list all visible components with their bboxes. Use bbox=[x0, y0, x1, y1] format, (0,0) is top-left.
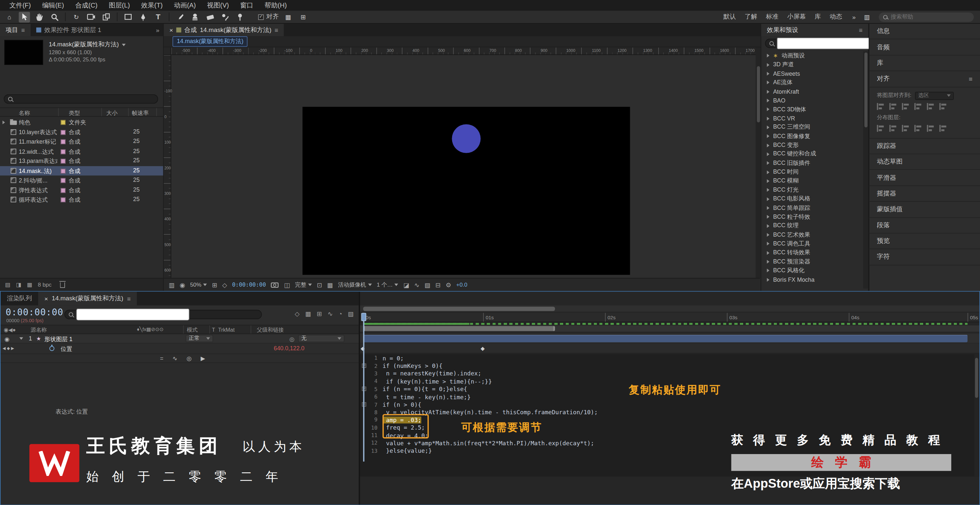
label-color-chip[interactable] bbox=[61, 159, 66, 164]
align-hcenter-icon[interactable] bbox=[889, 103, 898, 110]
panel-tab[interactable]: 摇摆器 bbox=[869, 186, 980, 202]
layer-twirl-icon[interactable] bbox=[19, 337, 23, 340]
project-row[interactable]: 14.mask..法) 合成 25 bbox=[0, 166, 163, 176]
chevron-right-icon[interactable] bbox=[767, 197, 770, 201]
composition-canvas[interactable] bbox=[302, 107, 630, 275]
draft-3d-icon[interactable]: ▦ bbox=[305, 310, 311, 317]
project-row[interactable]: 13.param表达式 合成 25 bbox=[0, 156, 163, 166]
project-row[interactable]: 弹性表达式 合成 25 bbox=[0, 185, 163, 195]
menu-item[interactable]: 帮助(H) bbox=[259, 1, 293, 10]
panel-tab[interactable]: 音频 bbox=[869, 40, 980, 56]
menu-item[interactable]: 图层(L) bbox=[103, 1, 135, 10]
twirl-icon[interactable] bbox=[3, 120, 5, 124]
keyframe-icon[interactable]: ◆ bbox=[361, 345, 365, 352]
distribute-top-icon[interactable] bbox=[877, 125, 885, 132]
distribute-left-icon[interactable] bbox=[914, 125, 923, 132]
chevron-right-icon[interactable] bbox=[767, 215, 770, 219]
zoom-tool-icon[interactable] bbox=[49, 11, 60, 22]
chevron-right-icon[interactable] bbox=[767, 278, 770, 281]
tab-composition[interactable]: × 合成 14.mask(蒙版属性和方法) ≡ bbox=[164, 24, 284, 36]
tab-project[interactable]: 项目≡ bbox=[0, 24, 30, 36]
panel-tab[interactable]: 库 bbox=[869, 56, 980, 71]
show-snapshot-icon[interactable]: ◫ bbox=[284, 281, 290, 288]
project-search-input[interactable] bbox=[16, 96, 154, 102]
panel-menu-icon[interactable]: ≡ bbox=[21, 27, 25, 33]
home-icon[interactable]: ⌂ bbox=[3, 11, 15, 22]
workspace-tab[interactable]: 小屏幕 bbox=[783, 13, 810, 21]
chevron-right-icon[interactable] bbox=[767, 170, 770, 174]
effects-category-row[interactable]: Boris FX Mocha bbox=[761, 275, 863, 284]
effects-search-box[interactable] bbox=[765, 39, 862, 48]
effects-category-row[interactable]: BCC 键控和合成 bbox=[761, 150, 863, 159]
graph-editor-icon[interactable]: ▧ bbox=[348, 310, 354, 317]
chevron-right-icon[interactable] bbox=[767, 179, 770, 183]
magnification-icon[interactable]: ◉ bbox=[180, 281, 185, 288]
effects-category-row[interactable]: BCC 3D物体 bbox=[761, 105, 863, 114]
grid-guides-icon[interactable]: ⊞ bbox=[212, 281, 217, 288]
playhead-handle[interactable] bbox=[361, 313, 366, 321]
chevron-right-icon[interactable] bbox=[767, 135, 770, 138]
chevron-right-icon[interactable] bbox=[767, 188, 770, 192]
align-top-icon[interactable] bbox=[914, 103, 923, 110]
timeline-search-box[interactable] bbox=[64, 310, 262, 319]
snap-options-icon[interactable]: ▦ bbox=[283, 11, 294, 22]
label-color-chip[interactable] bbox=[61, 168, 66, 173]
chevron-right-icon[interactable] bbox=[767, 116, 770, 120]
effects-category-row[interactable]: AESweets bbox=[761, 69, 863, 78]
ruler-corner[interactable] bbox=[164, 47, 171, 55]
keyframe-track[interactable]: ◆◆ bbox=[360, 343, 979, 354]
current-timecode[interactable]: 0:00:00:00 bbox=[6, 307, 64, 317]
chevron-right-icon[interactable] bbox=[767, 152, 770, 156]
new-folder-icon[interactable]: ◨ bbox=[16, 282, 21, 288]
selection-tool-icon[interactable] bbox=[19, 11, 30, 22]
chevron-right-icon[interactable] bbox=[767, 242, 770, 246]
keyframe-nav-icons[interactable]: ◀ ◆ ▶ bbox=[3, 346, 14, 351]
code-line[interactable]: 10 freq = 2.5; bbox=[360, 424, 979, 432]
panel-tab[interactable]: 预览 bbox=[869, 233, 980, 249]
snapshot-icon[interactable] bbox=[271, 282, 279, 288]
code-line[interactable]: 8 v = velocityAtTime(key(n).time - thisC… bbox=[360, 408, 979, 416]
project-row[interactable]: 12.widt...达式 合成 25 bbox=[0, 146, 163, 156]
code-line[interactable]: 13 }else{value;} bbox=[360, 447, 979, 455]
project-row[interactable]: 11.marker标记 合成 25 bbox=[0, 137, 163, 146]
roto-brush-tool-icon[interactable] bbox=[220, 11, 231, 22]
comp-breadcrumb[interactable]: 14.mask(蒙版属性和方法) bbox=[172, 36, 248, 47]
chevron-right-icon[interactable] bbox=[767, 269, 770, 273]
work-area-bar[interactable] bbox=[363, 326, 555, 331]
resolution-dropdown[interactable]: 完整 bbox=[295, 281, 312, 289]
label-color-chip[interactable] bbox=[61, 178, 66, 183]
effects-category-row[interactable]: BCC 调色工具 bbox=[761, 239, 863, 248]
viewer-area[interactable]: -500-400-300-200-10001002003004005006007… bbox=[164, 47, 760, 278]
project-comp-name[interactable]: 14.mask(蒙版属性和方法) bbox=[49, 40, 126, 49]
effects-category-row[interactable]: BCC 预渲染器 bbox=[761, 257, 863, 266]
align-vcenter-icon[interactable] bbox=[927, 103, 935, 110]
keyframe-icon[interactable]: ◆ bbox=[480, 345, 485, 352]
chevron-right-icon[interactable] bbox=[767, 125, 770, 129]
expression-buttons[interactable]: = ∿ ◎ ▶ bbox=[160, 355, 209, 362]
chevron-right-icon[interactable] bbox=[767, 224, 770, 227]
distribute-hcenter-icon[interactable] bbox=[927, 125, 935, 132]
layer-row[interactable]: ◉ 1 ★ 形状图层 1 正常 ◎ 无 bbox=[1, 334, 359, 344]
effects-category-row[interactable]: BCC 纹理 bbox=[761, 221, 863, 230]
chevron-right-icon[interactable] bbox=[767, 98, 770, 102]
mini-flowchart-icon[interactable]: ◇ bbox=[295, 310, 299, 317]
menu-item[interactable]: 视图(V) bbox=[202, 1, 235, 10]
chevron-right-icon[interactable] bbox=[767, 233, 770, 237]
snapping-toggle[interactable]: ✓ 对齐 bbox=[258, 13, 278, 21]
close-icon[interactable]: × bbox=[170, 27, 173, 33]
shape-tool-icon[interactable] bbox=[123, 11, 134, 22]
label-color-chip[interactable] bbox=[61, 140, 66, 144]
hand-tool-icon[interactable] bbox=[33, 11, 45, 22]
frame-blend-icon[interactable]: ∿ bbox=[328, 310, 333, 317]
code-line[interactable]: 9 amp = .03; bbox=[360, 416, 979, 424]
layer-name[interactable]: 形状图层 1 bbox=[45, 335, 73, 343]
effects-category-row[interactable]: BCC 时间 bbox=[761, 168, 863, 176]
project-search-box[interactable] bbox=[3, 94, 158, 104]
align-bottom-icon[interactable] bbox=[940, 103, 948, 110]
label-color-chip[interactable] bbox=[61, 120, 66, 125]
code-line[interactable]: 12 value + v*amp*Math.sin(freq*t*2*Math.… bbox=[360, 439, 979, 447]
view-layout-dropdown[interactable]: 1 个… bbox=[377, 281, 398, 289]
project-bpc-label[interactable]: 8 bpc bbox=[38, 282, 52, 288]
tab-overflow-icon[interactable]: » bbox=[152, 24, 163, 36]
workspace-tab[interactable]: 默认 bbox=[719, 13, 740, 21]
